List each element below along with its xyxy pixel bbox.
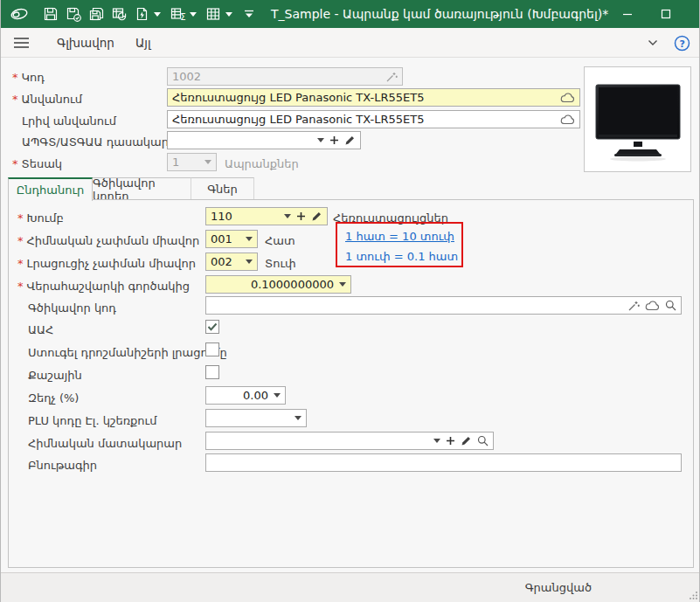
table-totals-menu-caret[interactable]	[190, 12, 197, 17]
add-icon[interactable]	[446, 436, 455, 446]
code-field: 1002	[167, 67, 403, 86]
barcode-label: Գծիկավոր կոդ	[28, 301, 116, 315]
full-name-label: Լրիվ անվանում	[22, 114, 116, 128]
discount-label: Զեղչ (%)	[28, 391, 79, 405]
search-icon[interactable]	[477, 435, 489, 446]
base-unit-label: *Հիմնական չափման միավոր	[17, 234, 199, 247]
tab-general[interactable]: Ընդհանուր	[8, 177, 93, 201]
statusbar: Գրանցված	[1, 572, 700, 602]
add-icon[interactable]	[296, 211, 306, 221]
type-label: *Տեսակ	[12, 157, 62, 170]
discount-combo[interactable]: 0.00	[205, 386, 286, 405]
name-label: *Անվանում	[12, 93, 82, 106]
plu-combo[interactable]	[205, 409, 307, 427]
chevron-down-icon	[204, 160, 211, 164]
by-weight-label: Քաշային	[28, 369, 82, 382]
edit-pencil-icon[interactable]	[311, 211, 322, 222]
description-field[interactable]	[205, 453, 682, 472]
chevron-down-icon[interactable]	[295, 416, 301, 420]
product-edit-window: Σ T_Sample - Ապրանք կամ ծառայություն (Խմ…	[0, 0, 700, 602]
wand-icon	[385, 71, 398, 83]
supplier-combo[interactable]	[205, 432, 494, 450]
chevron-down-icon[interactable]	[246, 237, 253, 241]
help-icon[interactable]: ?	[674, 35, 690, 52]
plu-label: PLU կոդը Էլ. կշեռքում	[28, 414, 156, 427]
base-unit-value-text: Հատ	[265, 234, 295, 247]
chevron-down-icon[interactable]	[339, 282, 346, 287]
resize-grip[interactable]	[690, 591, 698, 599]
cloud-icon[interactable]	[560, 114, 575, 125]
group-combo[interactable]: 110	[205, 207, 328, 225]
minimize-button[interactable]	[608, 0, 647, 28]
ribbon-collapse-chevron-icon[interactable]	[648, 39, 658, 46]
general-tab-panel: *Խումբ 110 Հեռուստացույցներ *Հիմնական չա…	[8, 199, 694, 568]
supplier-label: Հիմնական մատակարար	[28, 437, 182, 450]
chevron-down-icon[interactable]	[274, 393, 281, 398]
extra-unit-combo[interactable]: 002	[205, 253, 258, 271]
wand-icon[interactable]	[627, 300, 640, 312]
conversion-link-secondary[interactable]: 1 տուփ = 0.1 հատ	[345, 250, 458, 263]
check-stamps-label: Ստուգել դրոշմանիշերի լրացումը	[28, 346, 227, 359]
base-unit-combo[interactable]: 001	[205, 230, 258, 248]
table-totals-icon[interactable]: Σ	[166, 0, 189, 28]
chevron-down-icon[interactable]	[433, 439, 440, 443]
type-combo: 1	[167, 153, 217, 171]
table-view-icon[interactable]	[202, 0, 225, 28]
full-name-field[interactable]: Հեռուստացույց LED Panasonic TX-LR55ET5	[167, 110, 580, 128]
menu-item-main[interactable]: Գլխավոր	[57, 36, 114, 50]
close-button[interactable]	[685, 0, 700, 28]
post-document-icon[interactable]	[130, 0, 153, 28]
conversion-link-primary[interactable]: 1 հատ = 10 տուփ	[345, 230, 454, 243]
window-controls	[608, 0, 700, 28]
cloud-icon[interactable]	[560, 93, 575, 103]
chevron-down-icon[interactable]	[284, 214, 291, 218]
menu-item-other[interactable]: Այլ	[135, 36, 151, 50]
product-image[interactable]	[584, 66, 691, 172]
post-document-menu-caret[interactable]	[154, 12, 161, 17]
search-icon[interactable]	[665, 300, 676, 311]
coefficient-combo[interactable]: 0.1000000000	[205, 275, 351, 294]
check-stamps-checkbox[interactable]	[205, 343, 219, 356]
add-icon[interactable]	[329, 135, 339, 145]
conversion-highlight-box: 1 հատ = 10 տուփ 1 տուփ = 0.1 հատ	[336, 222, 463, 267]
vat-checkbox[interactable]	[205, 320, 219, 334]
titlebar: Σ T_Sample - Ապրանք կամ ծառայություն (Խմ…	[1, 0, 700, 28]
svg-text:?: ?	[680, 38, 685, 49]
maximize-button[interactable]	[647, 0, 685, 28]
status-text: Գրանցված	[525, 581, 592, 594]
edit-pencil-icon[interactable]	[344, 135, 356, 146]
classifier-combo[interactable]	[167, 131, 361, 149]
chevron-down-icon[interactable]	[246, 259, 253, 264]
save-copy-icon[interactable]	[85, 0, 107, 28]
tab-prices[interactable]: Գներ	[191, 177, 254, 200]
edit-pencil-icon[interactable]	[461, 435, 472, 446]
save-icon[interactable]	[39, 0, 62, 28]
description-label: Բնութագիր	[28, 459, 97, 472]
coefficient-label: *Վերահաշվարկի գործակից	[17, 280, 190, 293]
barcode-field[interactable]	[205, 296, 682, 315]
by-weight-checkbox[interactable]	[205, 365, 219, 379]
save-confirm-icon[interactable]	[62, 0, 85, 28]
hamburger-menu-icon[interactable]	[6, 28, 36, 58]
app-logo-icon	[8, 0, 31, 28]
type-value-text: Ապրանքներ	[225, 157, 299, 170]
collapse-toolbar-icon[interactable]	[238, 0, 260, 28]
menubar: Գլխավոր Այլ ?	[1, 28, 700, 58]
extra-unit-value-text: Տուփ	[265, 257, 296, 270]
tab-barcodes[interactable]: Գծիկավոր կոդեր	[93, 177, 191, 200]
code-label: *Կոդ	[12, 71, 45, 84]
vat-label: ԱԱՀ	[28, 323, 53, 336]
group-label: *Խումբ	[17, 211, 64, 225]
chevron-down-icon[interactable]	[317, 138, 324, 142]
name-field[interactable]: Հեռուստացույց LED Panasonic TX-LR55ET5	[167, 88, 580, 107]
cloud-icon[interactable]	[645, 301, 660, 311]
recalculate-icon[interactable]	[107, 0, 130, 28]
table-view-menu-caret[interactable]	[225, 12, 232, 17]
classifier-label: ԱՊԳՏ/ԱՏԳԱԱ դասակարգիչ	[22, 135, 188, 149]
window-title: T_Sample - Ապրանք կամ ծառայություն (Խմբա…	[271, 7, 608, 21]
extra-unit-label: *Լրացուցիչ չափման միավոր	[17, 257, 196, 270]
svg-text:Σ: Σ	[180, 12, 185, 22]
